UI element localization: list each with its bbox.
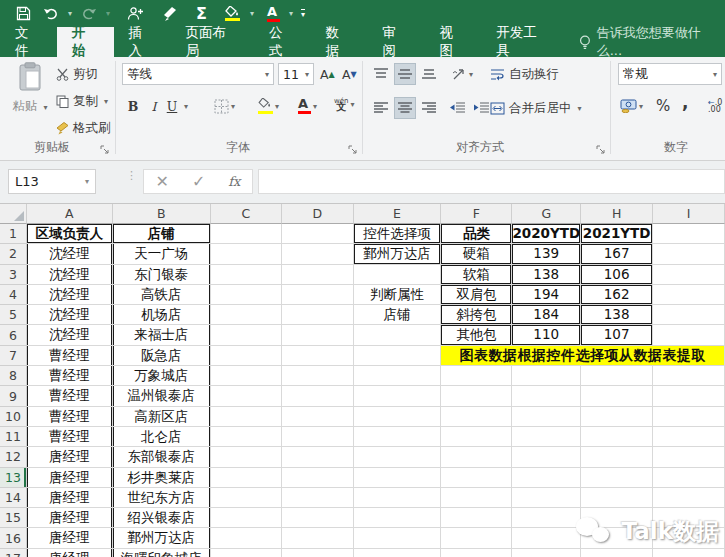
cell-E3[interactable] bbox=[354, 265, 442, 285]
cell-H9[interactable] bbox=[581, 386, 653, 406]
redo-icon[interactable] bbox=[77, 3, 101, 25]
col-header-D[interactable]: D bbox=[282, 204, 354, 224]
cell-D13[interactable] bbox=[282, 468, 354, 488]
cell-H8[interactable] bbox=[581, 366, 653, 386]
align-right-button[interactable] bbox=[418, 97, 440, 119]
cell-B6[interactable]: 来福士店 bbox=[113, 325, 211, 345]
increase-font-size-button[interactable]: A▲ bbox=[318, 63, 337, 85]
row-header-4[interactable]: 4 bbox=[0, 285, 27, 305]
cell-G11[interactable] bbox=[512, 427, 581, 447]
cell-F5[interactable]: 斜挎包 bbox=[441, 305, 512, 325]
cell-E17[interactable] bbox=[354, 549, 442, 557]
cell-A3[interactable]: 沈经理 bbox=[27, 265, 113, 285]
bottom-align-button[interactable] bbox=[418, 63, 440, 85]
cell-F6[interactable]: 其他包 bbox=[441, 325, 512, 345]
tab-developer[interactable]: 开发工具 bbox=[481, 27, 565, 57]
font-color-dropdown-icon[interactable]: ▾ bbox=[288, 9, 294, 18]
cell-F1[interactable]: 品类 bbox=[441, 224, 512, 244]
paste-button[interactable]: 粘贴 ▾ bbox=[8, 62, 52, 146]
font-dialog-launcher-icon[interactable] bbox=[348, 145, 358, 155]
font-color-icon[interactable]: A bbox=[263, 3, 284, 25]
cell-G12[interactable] bbox=[512, 447, 581, 467]
cell-I17[interactable] bbox=[653, 549, 725, 557]
decrease-indent-button[interactable] bbox=[446, 97, 468, 119]
cell-B17[interactable]: 海曙印象城店 bbox=[113, 549, 211, 557]
format-painter-button[interactable]: 格式刷 bbox=[56, 118, 111, 138]
top-align-button[interactable] bbox=[370, 63, 392, 85]
cell-A4[interactable]: 沈经理 bbox=[27, 285, 113, 305]
cell-B11[interactable]: 北仑店 bbox=[113, 427, 211, 447]
cell-C16[interactable] bbox=[211, 528, 283, 548]
cell-D14[interactable] bbox=[282, 488, 354, 508]
accounting-format-button[interactable]: ▾ bbox=[618, 95, 645, 117]
col-header-A[interactable]: A bbox=[27, 204, 113, 224]
cell-G1[interactable]: 2020YTD bbox=[512, 224, 581, 244]
decrease-font-size-button[interactable]: A▼ bbox=[340, 63, 359, 85]
cell-I10[interactable] bbox=[653, 407, 725, 427]
row-header-10[interactable]: 10 bbox=[0, 407, 27, 427]
cell-D11[interactable] bbox=[282, 427, 354, 447]
fill-color-dropdown-icon[interactable]: ▾ bbox=[249, 9, 255, 18]
tab-file[interactable]: 文件 bbox=[0, 27, 57, 57]
cell-E7[interactable] bbox=[354, 346, 442, 366]
cell-D10[interactable] bbox=[282, 407, 354, 427]
cell-D9[interactable] bbox=[282, 386, 354, 406]
cell-I11[interactable] bbox=[653, 427, 725, 447]
cell-G10[interactable] bbox=[512, 407, 581, 427]
cell-C14[interactable] bbox=[211, 488, 283, 508]
cancel-icon[interactable]: ✕ bbox=[156, 172, 169, 191]
formula-input[interactable] bbox=[258, 169, 725, 194]
cell-F8[interactable] bbox=[441, 366, 512, 386]
merge-center-button[interactable]: 合并后居中▾ bbox=[490, 98, 582, 118]
tab-data[interactable]: 数据 bbox=[311, 27, 368, 57]
cell-H14[interactable] bbox=[581, 488, 653, 508]
cell-F13[interactable] bbox=[441, 468, 512, 488]
format-painter-icon[interactable] bbox=[158, 3, 182, 25]
cell-H1[interactable]: 2021YTD bbox=[581, 224, 653, 244]
cell-I6[interactable] bbox=[653, 325, 725, 345]
cell-C7[interactable] bbox=[211, 346, 283, 366]
cell-G9[interactable] bbox=[512, 386, 581, 406]
cell-G2[interactable]: 139 bbox=[512, 244, 581, 264]
cell-G6[interactable]: 110 bbox=[512, 325, 581, 345]
cell-E14[interactable] bbox=[354, 488, 442, 508]
row-header-7[interactable]: 7 bbox=[0, 346, 27, 366]
cell-B9[interactable]: 温州银泰店 bbox=[113, 386, 211, 406]
add-person-icon[interactable] bbox=[123, 3, 148, 25]
cell-A8[interactable]: 曹经理 bbox=[27, 366, 113, 386]
cell-D6[interactable] bbox=[282, 325, 354, 345]
italic-button[interactable]: I bbox=[146, 95, 162, 117]
row-header-12[interactable]: 12 bbox=[0, 447, 27, 467]
comma-style-button[interactable]: , bbox=[680, 91, 690, 113]
row-header-2[interactable]: 2 bbox=[0, 244, 27, 264]
cell-E16[interactable] bbox=[354, 528, 442, 548]
name-box-dropdown-icon[interactable]: ▾ bbox=[85, 177, 89, 186]
cell-A10[interactable]: 曹经理 bbox=[27, 407, 113, 427]
col-header-H[interactable]: H bbox=[581, 204, 653, 224]
select-all-corner[interactable] bbox=[0, 204, 27, 224]
undo-dropdown-icon[interactable]: ▾ bbox=[67, 9, 73, 18]
tab-insert[interactable]: 插入 bbox=[114, 27, 171, 57]
col-header-G[interactable]: G bbox=[512, 204, 581, 224]
orientation-button[interactable]: ▾ bbox=[450, 63, 475, 85]
cell-H5[interactable]: 138 bbox=[581, 305, 653, 325]
row-header-9[interactable]: 9 bbox=[0, 386, 27, 406]
cell-I4[interactable] bbox=[653, 285, 725, 305]
cell-I1[interactable] bbox=[653, 224, 725, 244]
redo-dropdown-icon[interactable]: ▾ bbox=[105, 9, 111, 18]
cell-I3[interactable] bbox=[653, 265, 725, 285]
font-name-select[interactable]: 等线▾ bbox=[122, 63, 274, 85]
cell-E12[interactable] bbox=[354, 447, 442, 467]
bold-button[interactable]: B bbox=[124, 95, 142, 117]
tell-me-box[interactable]: 告诉我您想要做什么... bbox=[579, 27, 725, 57]
tab-review[interactable]: 审阅 bbox=[368, 27, 425, 57]
cell-D12[interactable] bbox=[282, 447, 354, 467]
cell-D7[interactable] bbox=[282, 346, 354, 366]
cell-F12[interactable] bbox=[441, 447, 512, 467]
cell-E6[interactable] bbox=[354, 325, 442, 345]
cell-C3[interactable] bbox=[211, 265, 283, 285]
cell-A7[interactable]: 曹经理 bbox=[27, 346, 113, 366]
cell-E1[interactable]: 控件选择项 bbox=[354, 224, 442, 244]
cell-G3[interactable]: 138 bbox=[512, 265, 581, 285]
cell-C10[interactable] bbox=[211, 407, 283, 427]
